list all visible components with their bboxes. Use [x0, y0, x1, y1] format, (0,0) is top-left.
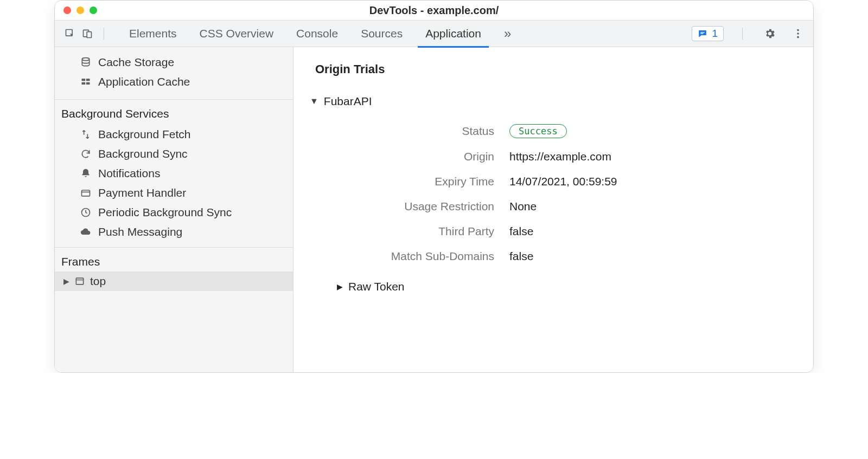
sidebar-section-background-services: Background Services Background Fetch [55, 99, 293, 248]
raw-token-label: Raw Token [348, 280, 405, 293]
sidebar-item-background-fetch[interactable]: Background Fetch [55, 125, 293, 144]
status-chip: Success [509, 124, 567, 138]
sidebar-item-label: Cache Storage [98, 56, 174, 69]
raw-token-disclosure[interactable]: ▶ Raw Token [337, 280, 792, 293]
tab-elements[interactable]: Elements [129, 20, 177, 47]
sidebar-item-application-cache[interactable]: Application Cache [55, 72, 293, 92]
minimize-window-button[interactable] [76, 7, 84, 14]
trial-name: FubarAPI [324, 95, 372, 108]
credit-card-icon [80, 187, 92, 199]
svg-rect-11 [82, 82, 86, 85]
sidebar-item-label: Background Fetch [98, 128, 190, 141]
issues-badge[interactable]: 1 [692, 26, 724, 41]
value-third-party: false [509, 225, 792, 238]
svg-rect-13 [82, 190, 90, 196]
label-third-party: Third Party [353, 225, 494, 238]
tab-css-overview[interactable]: CSS Overview [200, 20, 274, 47]
triangle-right-icon: ▶ [337, 282, 343, 291]
sidebar-item-push-messaging[interactable]: Push Messaging [55, 222, 293, 242]
sidebar-item-label: Push Messaging [98, 225, 182, 238]
sidebar-item-payment-handler[interactable]: Payment Handler [55, 183, 293, 203]
titlebar: DevTools - example.com/ [55, 1, 813, 20]
tab-application[interactable]: Application [425, 20, 481, 47]
clock-icon [80, 206, 92, 218]
sidebar-item-background-sync[interactable]: Background Sync [55, 144, 293, 164]
sidebar-section-title: Background Services [55, 107, 293, 125]
label-status: Status [353, 125, 494, 138]
svg-rect-12 [86, 82, 90, 85]
tab-console[interactable]: Console [296, 20, 338, 47]
kebab-menu-icon[interactable] [789, 25, 807, 42]
sidebar-section-frames-title: Frames [55, 248, 293, 271]
inspect-element-icon[interactable] [61, 25, 79, 42]
value-origin: https://example.com [509, 150, 792, 163]
toolbar-right: 1 [692, 25, 807, 42]
window-title: DevTools - example.com/ [55, 4, 813, 17]
close-window-button[interactable] [63, 7, 71, 14]
issues-count: 1 [712, 28, 718, 40]
application-sidebar: Cache Storage Application Cache Backgrou… [55, 47, 293, 372]
sidebar-item-label: Notifications [98, 167, 160, 180]
sidebar-item-label: top [90, 275, 106, 288]
cloud-icon [80, 226, 92, 238]
fetch-icon [80, 128, 92, 140]
label-usage-restriction: Usage Restriction [353, 200, 494, 213]
grid-icon [80, 76, 92, 88]
svg-point-6 [797, 33, 799, 35]
svg-rect-4 [701, 33, 704, 34]
label-origin: Origin [353, 150, 494, 163]
frame-icon [74, 275, 86, 287]
sidebar-item-label: Payment Handler [98, 186, 186, 199]
trial-details: Status Success Origin https://example.co… [353, 124, 792, 263]
panel-body: Cache Storage Application Cache Backgrou… [55, 47, 813, 372]
value-expiry: 14/07/2021, 00:59:59 [509, 175, 792, 188]
bell-icon [80, 167, 92, 179]
sidebar-item-cache-storage[interactable]: Cache Storage [55, 53, 293, 72]
origin-trials-panel: Origin Trials ▼ FubarAPI Status Success … [293, 47, 813, 372]
more-tabs-button[interactable]: » [504, 20, 511, 47]
value-match-subdomains: false [509, 250, 792, 263]
svg-rect-15 [76, 278, 83, 285]
triangle-down-icon: ▼ [310, 96, 318, 106]
svg-rect-3 [701, 32, 705, 33]
toolbar-separator-2 [742, 28, 743, 40]
sidebar-item-frame-top[interactable]: ▶ top [55, 271, 293, 291]
trial-disclosure[interactable]: ▼ FubarAPI [310, 95, 792, 108]
traffic-lights [55, 7, 97, 14]
settings-icon[interactable] [761, 25, 778, 42]
toolbar-separator [104, 28, 104, 40]
panel-tabs: Elements CSS Overview Console Sources Ap… [129, 20, 692, 47]
sidebar-item-periodic-background-sync[interactable]: Periodic Background Sync [55, 203, 293, 222]
sync-icon [80, 148, 92, 160]
maximize-window-button[interactable] [90, 7, 97, 14]
main-toolbar: Elements CSS Overview Console Sources Ap… [55, 20, 813, 47]
svg-point-7 [797, 36, 799, 38]
device-toolbar-icon[interactable] [79, 25, 96, 42]
sidebar-item-label: Background Sync [98, 147, 188, 160]
label-expiry: Expiry Time [353, 175, 494, 188]
svg-rect-2 [87, 32, 91, 38]
svg-point-5 [797, 29, 799, 31]
database-icon [80, 56, 92, 68]
message-icon [698, 29, 707, 38]
label-match-subdomains: Match Sub-Domains [353, 250, 494, 263]
sidebar-item-label: Application Cache [98, 75, 190, 88]
svg-point-8 [82, 58, 89, 61]
value-usage-restriction: None [509, 200, 792, 213]
expand-arrow-icon: ▶ [63, 277, 69, 286]
svg-rect-10 [86, 79, 90, 81]
sidebar-item-notifications[interactable]: Notifications [55, 164, 293, 183]
sidebar-item-label: Periodic Background Sync [98, 206, 232, 219]
svg-rect-9 [82, 79, 86, 81]
panel-heading: Origin Trials [315, 62, 792, 76]
devtools-window: DevTools - example.com/ Elements CSS Ove… [54, 0, 814, 373]
tab-sources[interactable]: Sources [361, 20, 403, 47]
